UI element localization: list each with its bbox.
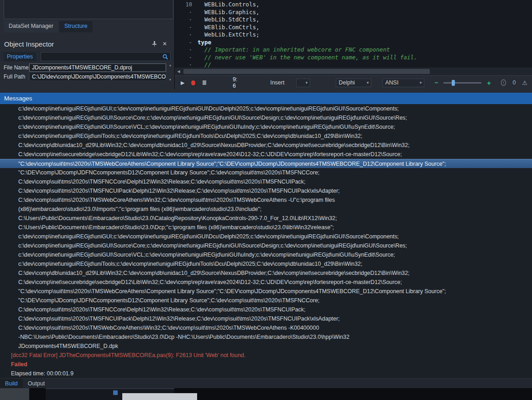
property-label: File Name bbox=[0, 64, 29, 71]
property-value[interactable]: C:\JD\dev\comp\JDcomp\JDcomponents4TMSWE… bbox=[29, 73, 166, 81]
dock-tab-bar: DataSet Manager Structure bbox=[4, 21, 93, 32]
search-icon bbox=[162, 53, 169, 62]
message-row[interactable]: c:\dev\comp\inet\uniguiREGjd\uniGUI;c:\d… bbox=[0, 104, 532, 113]
message-row[interactable]: C:\dev\comp\db\unidac10_d29\Lib\Win32;C:… bbox=[0, 268, 532, 278]
inspector-scrollbar[interactable]: ▴ ▾ bbox=[167, 63, 173, 82]
docked-panel-remnant bbox=[4, 0, 173, 19]
pin-icon[interactable] bbox=[151, 40, 158, 47]
insert-mode-indicator: Insert bbox=[270, 79, 284, 86]
message-row[interactable]: C:\dev\comp\suit\tms\2020s\TMSFNCUIPack\… bbox=[0, 186, 532, 195]
message-row[interactable]: -NBC:\Users\Public\Documents\Embarcadero… bbox=[0, 332, 532, 342]
message-row[interactable]: c:\dev\comp\inet\uniguiREGjd\uniTools;c:… bbox=[0, 259, 532, 268]
message-row[interactable]: C:\dev\comp\suit\tms\2020s\TMSFNCUIPack\… bbox=[0, 314, 532, 323]
dock-tab[interactable]: Structure bbox=[59, 21, 93, 32]
message-row[interactable]: C:\dev\comp\suit\tms\2020s\TMSWebCoreAth… bbox=[0, 323, 532, 332]
gutter-marker: · bbox=[175, 54, 198, 62]
record-icon[interactable] bbox=[191, 80, 195, 85]
gutter-marker: · bbox=[175, 31, 198, 39]
gutter-marker: · bbox=[175, 46, 198, 54]
message-row[interactable]: c:\dev\comp\inet\uniguiREGjd\uniGUI\Sour… bbox=[0, 241, 532, 250]
code-line[interactable]: · // never use 'WEB' in the new componen… bbox=[175, 54, 532, 62]
gutter-marker: · bbox=[175, 9, 198, 16]
message-row[interactable]: "C:\DEV\comp\JDcomp\JDFNCcomponentsD12\C… bbox=[0, 168, 532, 177]
editor-horizontal-scrollbar[interactable]: ◀ bbox=[175, 68, 532, 75]
code-line[interactable]: · WebLib.StdCtrls, bbox=[175, 16, 532, 24]
code-line[interactable]: · WebLib.ExtCtrls; bbox=[175, 31, 532, 39]
play-icon[interactable]: ▶ bbox=[181, 80, 184, 86]
message-row[interactable]: C:\dev\comp\suit\tms\2020s\TMSFNCCore\De… bbox=[0, 177, 532, 186]
message-row[interactable]: C:\dev\comp\suit\tms\2020s\TMSFNCCore\De… bbox=[0, 305, 532, 314]
property-row: Full Path C:\JD\dev\comp\JDcomp\JDcompon… bbox=[0, 72, 166, 81]
message-row[interactable]: c:\dev\comp\inet\uniguiREGjd\uniGUI\Sour… bbox=[0, 250, 532, 259]
warning-icon[interactable]: ⚠ bbox=[522, 79, 527, 86]
code-line[interactable]: 10 WEBLib.Controls, bbox=[175, 1, 532, 9]
code-line[interactable]: · // bbox=[175, 61, 532, 68]
dock-tab[interactable]: DataSet Manager bbox=[4, 21, 58, 32]
code-text: WEBlib.ComCtrls, bbox=[198, 24, 259, 32]
scroll-left-icon[interactable]: ◀ bbox=[175, 68, 183, 75]
messages-panel-header[interactable]: Messages bbox=[0, 93, 532, 104]
message-row[interactable]: C:\dev\comp\inet\securebridge\secbridgeD… bbox=[0, 150, 532, 159]
close-icon[interactable]: ✕ bbox=[162, 41, 167, 47]
code-editor[interactable]: 10 WEBLib.Controls, · WEBLib.Graphics, ·… bbox=[174, 0, 532, 89]
message-row[interactable]: c:\dev\comp\inet\uniguiREGjd\uniGUI\Sour… bbox=[0, 113, 532, 122]
messages-tab[interactable]: Build bbox=[0, 379, 23, 388]
stop-icon[interactable] bbox=[203, 80, 206, 85]
message-row[interactable]: C:\Users\Public\Documents\Embarcadero\St… bbox=[0, 214, 532, 223]
message-row[interactable]: C:\Users\Public\Documents\Embarcadero\St… bbox=[0, 223, 532, 232]
language-dropdown[interactable]: Delphi ▾ bbox=[336, 79, 371, 87]
zoom-slider-thumb[interactable] bbox=[452, 80, 455, 86]
scroll-down-icon[interactable]: ▾ bbox=[169, 78, 171, 82]
object-inspector-header: Object Inspector ✕ bbox=[0, 37, 174, 50]
property-value[interactable]: JDcomponents4TMSWEBCORE_D.dproj bbox=[29, 63, 166, 72]
object-inspector-title: Object Inspector bbox=[4, 40, 151, 48]
tab-properties[interactable]: Properties bbox=[4, 52, 36, 61]
message-row[interactable]: JDcomponents4TMSWEBCORE_D.dpk bbox=[0, 342, 532, 351]
message-row[interactable]: [dcc32 Fatal Error] JDTheComponents4TMSW… bbox=[0, 351, 532, 360]
zoom-out-icon[interactable]: − bbox=[434, 79, 438, 86]
property-row: File Name JDcomponents4TMSWEBCORE_D.dpro… bbox=[0, 63, 166, 72]
code-text: WEBLib.Graphics, bbox=[198, 9, 259, 16]
messages-list: c:\dev\comp\inet\uniguiREGjd\uniGUI;c:\d… bbox=[0, 104, 532, 378]
zoom-slider[interactable] bbox=[443, 82, 481, 84]
code-line[interactable]: · WEBLib.Graphics, bbox=[175, 9, 532, 16]
zoom-in-icon[interactable]: + bbox=[487, 79, 491, 87]
message-row[interactable]: c:\dev\comp\inet\uniguiREGjd\uniTools;c:… bbox=[0, 132, 532, 141]
code-text: // Important: in an inherited webcore or… bbox=[198, 46, 390, 54]
scroll-up-icon[interactable]: ▴ bbox=[169, 63, 171, 68]
caret-position: 9: 6 bbox=[233, 76, 240, 89]
code-area[interactable]: 10 WEBLib.Controls, · WEBLib.Graphics, ·… bbox=[175, 1, 532, 68]
message-row[interactable]: (x86)\embarcadero\studio\23.0\Imports";"… bbox=[0, 205, 532, 214]
background-icon bbox=[113, 390, 118, 395]
gutter-marker: · bbox=[175, 61, 198, 68]
left-dock: DataSet Manager Structure Object Inspect… bbox=[0, 0, 174, 93]
message-row[interactable]: "C:\DEV\comp\JDcomp\JDFNCcomponentsD12\C… bbox=[0, 296, 532, 305]
message-row[interactable]: Elapsed time: 00:00:01.9 bbox=[0, 369, 532, 378]
message-row[interactable]: "C:\dev\comp\suit\tms\2020s\TMSWebCoreAt… bbox=[0, 287, 532, 296]
messages-tab[interactable]: Output bbox=[23, 379, 50, 388]
macro-dropdown[interactable]: ▾ bbox=[296, 79, 310, 87]
encoding-value: ANSI bbox=[385, 79, 398, 86]
message-row[interactable]: c:\dev\comp\inet\uniguiREGjd\uniGUI;c:\d… bbox=[0, 232, 532, 241]
background-popup bbox=[122, 393, 197, 400]
error-insight-icon[interactable]: ! bbox=[501, 79, 506, 86]
code-line[interactable]: · // Important: in an inherited webcore … bbox=[175, 46, 532, 54]
scrollbar-track[interactable] bbox=[183, 68, 532, 75]
message-row[interactable]: C:\dev\comp\inet\securebridge\secbridgeD… bbox=[0, 278, 532, 287]
property-grid: File Name JDcomponents4TMSWEBCORE_D.dpro… bbox=[0, 63, 166, 81]
inspector-search-input[interactable] bbox=[41, 52, 171, 61]
chevron-down-icon: ▾ bbox=[306, 80, 308, 85]
message-row[interactable]: Failed bbox=[0, 360, 532, 369]
message-row[interactable]: C:\dev\comp\suit\tms\2020s\TMSWebCoreAth… bbox=[0, 195, 532, 205]
encoding-dropdown[interactable]: ANSI ▾ bbox=[382, 79, 424, 87]
code-line[interactable]: - type bbox=[175, 39, 532, 47]
message-row[interactable]: C:\dev\comp\db\unidac10_d29\Lib\Win32;C:… bbox=[0, 141, 532, 150]
message-row[interactable]: "C:\dev\comp\suit\tms\2020s\TMSWebCoreAt… bbox=[0, 159, 532, 168]
code-line[interactable]: · WEBlib.ComCtrls, bbox=[175, 24, 532, 32]
editor-statusbar: ▶ 9: 6 Insert ▾ Delphi ▾ ANSI ▾ − + ! 0 bbox=[175, 75, 532, 89]
message-row[interactable]: c:\dev\comp\inet\uniguiREGjd\uniGUI\Sour… bbox=[0, 122, 532, 132]
scrollbar-thumb[interactable] bbox=[183, 69, 430, 74]
language-value: Delphi bbox=[339, 79, 355, 86]
object-inspector-tabbar: Properties bbox=[0, 51, 174, 62]
gutter-marker: 10 bbox=[175, 1, 198, 9]
